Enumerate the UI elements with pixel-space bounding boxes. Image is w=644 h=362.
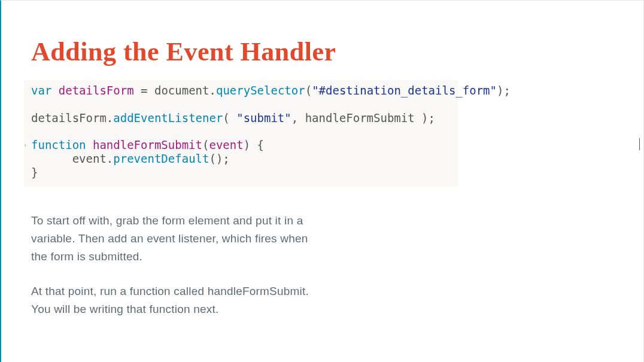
token-keyword: var	[31, 84, 51, 97]
token-semi: ;	[223, 152, 229, 165]
token-space	[250, 138, 257, 151]
token-object: event	[72, 152, 107, 165]
token-arg: event	[209, 138, 243, 151]
token-paren-close: )	[497, 84, 503, 97]
token-string: "submit"	[236, 111, 291, 124]
token-space	[51, 84, 58, 97]
code-lines: var detailsForm = document.querySelector…	[24, 84, 458, 180]
token-equals: =	[141, 84, 147, 97]
code-block: var detailsForm = document.querySelector…	[24, 80, 458, 187]
token-dot: .	[107, 152, 113, 165]
token-paren-open: (	[223, 111, 236, 124]
token-dot: .	[107, 111, 113, 124]
slide-content: Adding the Event Handler var detailsForm…	[1, 1, 643, 318]
token-method: querySelector	[216, 84, 305, 97]
token-semi: ;	[503, 84, 510, 97]
token-brace-open: {	[257, 138, 264, 151]
slide-page: Adding the Event Handler var detailsForm…	[0, 0, 644, 362]
text-cursor-icon	[639, 138, 640, 150]
gutter-tick: '	[23, 142, 28, 152]
token-dot: .	[209, 84, 216, 97]
token-string: "#destination_details_form"	[312, 84, 497, 97]
paragraph-1: To start off with, grab the form element…	[31, 212, 318, 266]
paragraph-2: At that point, run a function called han…	[31, 282, 318, 318]
slide-title: Adding the Event Handler	[31, 36, 613, 67]
token-space	[134, 84, 141, 97]
token-paren-open: (	[305, 84, 312, 97]
token-identifier: detailsForm	[31, 111, 107, 124]
token-semi: ;	[429, 111, 435, 124]
explanation-text: To start off with, grab the form element…	[31, 212, 318, 318]
token-fn-name: handleFormSubmit	[93, 138, 202, 151]
token-document: document	[154, 84, 209, 97]
token-comma: ,	[291, 111, 305, 124]
token-paren-close: )	[244, 138, 250, 151]
token-space	[148, 84, 154, 97]
token-paren-open: (	[202, 138, 209, 151]
token-keyword: function	[31, 138, 86, 151]
token-space	[86, 138, 93, 151]
token-fn-ref: handleFormSubmit	[305, 111, 415, 124]
token-parens: ()	[209, 152, 223, 165]
token-method: addEventListener	[113, 111, 223, 124]
token-brace-close: }	[31, 166, 38, 179]
token-indent	[31, 152, 72, 165]
token-identifier: detailsForm	[59, 84, 134, 97]
token-method: preventDefault	[113, 152, 209, 165]
token-paren-close: )	[415, 111, 429, 124]
